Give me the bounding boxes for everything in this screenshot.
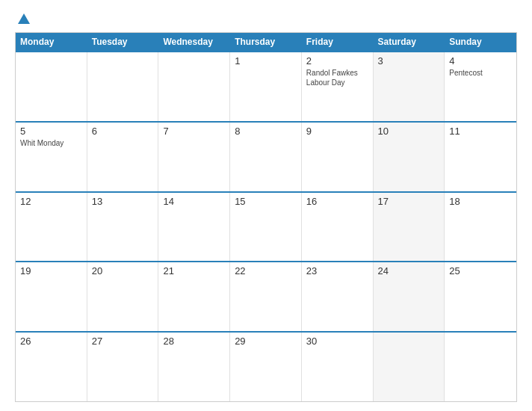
calendar-cell: 5Whit Monday (16, 123, 87, 191)
day-number: 21 (163, 265, 225, 276)
calendar-cell: 21 (158, 262, 230, 331)
day-number: 4 (449, 55, 512, 67)
calendar-header: MondayTuesdayWednesdayThursdayFridaySatu… (16, 33, 516, 51)
calendar-cell: 19 (16, 262, 87, 331)
day-number: 15 (235, 196, 297, 207)
day-event: Randol Fawkes (306, 68, 368, 78)
calendar-cell: 8 (230, 123, 302, 191)
calendar-cell: 2Randol FawkesLabour Day (302, 52, 374, 121)
day-number: 30 (306, 336, 368, 347)
day-number: 10 (378, 126, 440, 137)
day-number: 25 (449, 265, 512, 276)
calendar-cell: 3 (374, 52, 445, 121)
calendar-cell: 4Pentecost (445, 52, 516, 121)
day-number: 8 (235, 126, 297, 137)
day-number: 17 (378, 196, 440, 207)
day-number: 1 (235, 55, 297, 67)
calendar-cell: 24 (374, 262, 445, 331)
day-number: 28 (163, 336, 225, 347)
calendar-cell: 6 (87, 123, 159, 191)
calendar-cell: 27 (87, 333, 159, 401)
calendar-cell (87, 52, 159, 121)
day-number: 6 (92, 126, 154, 137)
calendar-cell: 9 (302, 123, 374, 191)
day-number: 19 (20, 265, 82, 276)
day-number: 16 (306, 196, 368, 207)
calendar-cell: 16 (302, 193, 374, 262)
day-number: 7 (163, 126, 225, 137)
header-day-monday: Monday (16, 33, 87, 51)
calendar: MondayTuesdayWednesdayThursdayFridaySatu… (15, 32, 517, 402)
logo (15, 13, 30, 25)
calendar-week-5: 2627282930 (16, 331, 516, 401)
calendar-cell: 25 (445, 262, 516, 331)
day-number: 9 (306, 126, 368, 137)
calendar-cell: 11 (445, 123, 516, 191)
header-day-thursday: Thursday (230, 33, 302, 51)
calendar-cell: 12 (16, 193, 87, 262)
calendar-week-4: 19202122232425 (16, 261, 516, 331)
page: MondayTuesdayWednesdayThursdayFridaySatu… (0, 0, 532, 411)
logo-triangle-icon (18, 13, 30, 24)
day-number: 11 (449, 126, 512, 137)
day-number: 29 (235, 336, 297, 347)
calendar-cell: 13 (87, 193, 159, 262)
day-number: 5 (20, 126, 82, 137)
calendar-cell: 15 (230, 193, 302, 262)
calendar-cell: 20 (87, 262, 159, 331)
header-day-wednesday: Wednesday (158, 33, 230, 51)
day-event: Labour Day (306, 78, 368, 87)
calendar-cell: 1 (230, 52, 302, 121)
calendar-cell: 28 (158, 333, 230, 401)
calendar-cell: 22 (230, 262, 302, 331)
calendar-cell (374, 333, 445, 401)
calendar-week-2: 5Whit Monday67891011 (16, 121, 516, 191)
day-number: 18 (449, 196, 512, 207)
day-number: 22 (235, 265, 297, 276)
calendar-week-3: 12131415161718 (16, 191, 516, 262)
calendar-cell (158, 52, 230, 121)
calendar-cell: 18 (445, 193, 516, 262)
day-number: 24 (378, 265, 440, 276)
day-number: 12 (20, 196, 82, 207)
header-day-friday: Friday (302, 33, 374, 51)
calendar-cell (16, 52, 87, 121)
day-event: Pentecost (449, 68, 512, 78)
calendar-cell: 10 (374, 123, 445, 191)
calendar-cell: 30 (302, 333, 374, 401)
day-number: 23 (306, 265, 368, 276)
calendar-week-1: 12Randol FawkesLabour Day34Pentecost (16, 51, 516, 121)
header-day-sunday: Sunday (445, 33, 516, 51)
day-number: 2 (306, 55, 368, 67)
day-number: 3 (378, 55, 440, 67)
day-number: 14 (163, 196, 225, 207)
calendar-cell: 23 (302, 262, 374, 331)
calendar-cell: 29 (230, 333, 302, 401)
calendar-cell: 17 (374, 193, 445, 262)
day-number: 20 (92, 265, 154, 276)
day-number: 13 (92, 196, 154, 207)
calendar-cell: 7 (158, 123, 230, 191)
calendar-cell: 14 (158, 193, 230, 262)
header (15, 13, 517, 25)
day-number: 26 (20, 336, 82, 347)
header-day-saturday: Saturday (374, 33, 445, 51)
day-number: 27 (92, 336, 154, 347)
header-day-tuesday: Tuesday (87, 33, 159, 51)
calendar-cell (445, 333, 516, 401)
day-event: Whit Monday (20, 138, 82, 148)
calendar-body: 12Randol FawkesLabour Day34Pentecost5Whi… (16, 51, 516, 401)
calendar-cell: 26 (16, 333, 87, 401)
